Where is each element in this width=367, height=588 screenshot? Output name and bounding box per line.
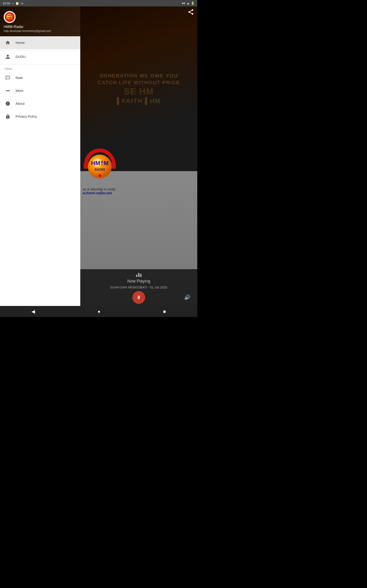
hmm-logo-container: HM†M RADIO [81,146,118,183]
svg-point-16 [9,19,10,20]
svg-point-0 [192,9,193,11]
privacy-label: Privacy Policy [16,114,37,118]
svg-point-19 [7,90,8,91]
more-label: More [16,89,23,93]
about-label: About [16,102,25,105]
now-playing-track: EGAH DAN MENGOBATI - 01 Juli 2020 [110,285,167,289]
bg-word-1: GENERATION WE OWE YOU [100,73,178,79]
home-icon [5,40,11,46]
drawer-header: HM†M RADIO HMM-Radio help.developer.hmmi… [0,6,80,36]
svg-rect-5 [84,162,88,169]
recents-button[interactable]: ■ [158,307,171,316]
svg-text:HM†M: HM†M [91,160,109,166]
battery-icon: 🔋 [191,2,194,5]
bg-word-2: CATCH LIFE WITHOUT PRICE [98,80,180,86]
svg-point-1 [189,11,190,13]
rate-label: Rate [16,76,23,80]
more-icon [5,87,11,94]
sidebar-item-dudu[interactable]: DUDU [0,50,80,63]
sidebar-item-more[interactable]: More [0,84,80,97]
status-bar-right: ▾▾ ▲ 🔋 [182,2,194,5]
svg-point-18 [6,90,7,91]
home-button[interactable]: ● [92,307,106,316]
sidebar-item-privacy[interactable]: Privacy Policy [0,110,80,123]
website-text: w.hmm-radio.net [83,191,115,195]
navigation-drawer: HM†M RADIO HMM-Radio help.developer.hmmi… [0,6,80,306]
svg-point-11 [98,174,101,177]
other-section-label: Other [0,64,80,71]
play-pause-button[interactable] [132,291,145,304]
system-nav-bar: ◀ ● ■ [0,306,197,317]
playback-controls: 🔊 [80,291,197,304]
svg-text:RADIO: RADIO [94,168,105,171]
status-bar-left: 10:34 ♪ 📋 ⊙ [3,2,23,5]
drawer-app-name: HMM-Radio [4,25,23,29]
bg-word-3: SE HM [124,86,154,96]
now-playing-label: Now Playing [127,279,150,284]
equalizer-icon [136,271,142,277]
hmm-radio-logo: HM†M RADIO [81,146,118,183]
eq-bar-3 [140,274,142,277]
share-button-container[interactable] [188,9,194,16]
lock-icon [5,113,11,120]
volume-icon[interactable]: 🔊 [184,294,190,300]
bg-word-4: ▌FAITH▐ HM [117,97,161,105]
svg-line-3 [190,12,192,14]
svg-point-2 [192,13,193,15]
eq-bar-2 [138,273,140,277]
eq-bar-1 [136,275,137,277]
dudu-label: DUDU [16,55,25,59]
drawer-menu: Home DUDU Other Rate [0,36,80,306]
time-display: 10:34 [3,2,10,5]
sidebar-item-rate[interactable]: Rate [0,71,80,84]
tagline-area: se & Worship in Unity w.hmm-radio.net [83,187,115,195]
status-bar: 10:34 ♪ 📋 ⊙ ▾▾ ▲ 🔋 [0,0,197,6]
svg-point-20 [9,90,10,91]
app-logo-inner: HM†M RADIO [5,12,15,22]
sidebar-item-about[interactable]: About [0,97,80,110]
sidebar-item-home[interactable]: Home [0,36,80,49]
music-note-icon: ♪ [12,2,14,5]
wifi-icon: ▾▾ [182,2,185,5]
svg-line-4 [190,10,192,12]
svg-text:HM†M: HM†M [8,15,12,16]
svg-text:RADIO: RADIO [8,17,11,18]
share-icon[interactable] [188,9,194,15]
drawer-email: help.developer.hmministry@gmail.com [4,29,51,33]
back-button[interactable]: ◀ [26,307,40,316]
rate-icon [5,75,11,81]
sync-icon: ⊙ [21,2,23,5]
signal-icon: ▲ [186,2,190,5]
home-label: Home [16,41,25,44]
now-playing-bar: Now Playing EGAH DAN MENGOBATI - 01 Juli… [80,269,197,306]
app-logo: HM†M RADIO [4,11,16,23]
sim-icon: 📋 [15,2,19,5]
svg-rect-6 [112,162,116,169]
info-icon [5,100,11,107]
tagline-text: se & Worship in Unity [83,187,115,191]
person-icon [5,53,11,60]
